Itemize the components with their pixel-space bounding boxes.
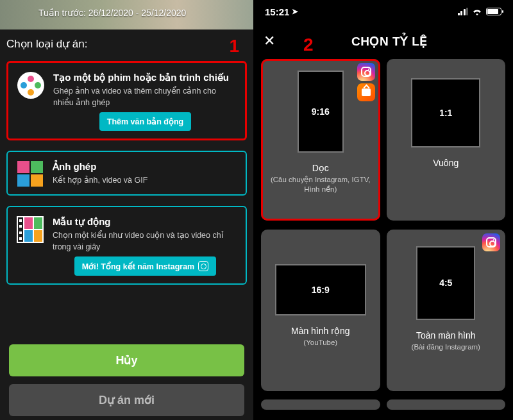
collage-icon (15, 161, 45, 187)
new-project-label: Dự án mới (99, 393, 155, 407)
ratio-grid: 9:16 Dọc (Câu chuyện Instagram, IGTV, Hì… (253, 59, 513, 420)
instagram-icon (357, 63, 375, 81)
close-icon[interactable]: ✕ (264, 33, 283, 49)
film-reel-icon (16, 72, 46, 131)
status-time: 15:21 (265, 6, 289, 17)
option-title: Mẫu tự động (53, 216, 238, 228)
option-desc: Kết hợp ảnh, video và GIF (53, 175, 238, 187)
ratio-label: 4:5 (439, 278, 452, 288)
option-collage[interactable]: Ảnh ghép Kết hợp ảnh, video và GIF (6, 151, 247, 196)
badge-animated-text[interactable]: Thêm văn bản động (99, 112, 191, 131)
cancel-label: Hủy (115, 353, 137, 367)
right-pane-choose-ratio: 15:21 ➤ ✕ CHỌN TỶ LỆ 2 9:16 Dọc (Câu chu… (253, 0, 513, 420)
instagram-icon (482, 233, 500, 251)
option-title: Tạo một bộ phim hoặc bản trình chiếu (53, 72, 237, 83)
instagram-icon (198, 261, 208, 271)
badge-label: Thêm văn bản động (107, 117, 183, 126)
igtv-icon (357, 83, 375, 101)
template-icon (15, 216, 45, 276)
ratio-preview: 16:9 (275, 264, 366, 315)
option-title: Ảnh ghép (53, 161, 238, 172)
badge-instagram-recap[interactable]: Mới! Tổng kết năm Instagram (74, 256, 216, 276)
option-auto-template[interactable]: Mẫu tự động Chọn một kiểu như video cuộn… (6, 206, 247, 285)
left-pane-project-type: Tuần trước: 26/12/2020 - 25/12/2020 Chọn… (0, 0, 253, 420)
annotation-number-1: 1 (229, 36, 239, 56)
ratio-fullscreen-45[interactable]: 4:5 Toàn màn hình (Bài đăng Instagram) (387, 230, 506, 391)
option-desc: Ghép ảnh và video và thêm chuyển cảnh ch… (53, 86, 237, 108)
annotation-number-2: 2 (303, 35, 314, 55)
option-desc: Chọn một kiểu như video cuộn và tạo vide… (53, 230, 238, 253)
ratio-label: 1:1 (439, 108, 452, 118)
status-bar: 15:21 ➤ (253, 0, 513, 23)
ratio-name: Toàn màn hình (416, 330, 476, 340)
signal-icon (458, 8, 469, 15)
badge-label: Mới! Tổng kết năm Instagram (82, 262, 194, 271)
battery-icon (486, 8, 501, 15)
banner-date-text: Tuần trước: 26/12/2020 - 25/12/2020 (38, 8, 186, 18)
ratio-card-partial[interactable] (387, 399, 506, 410)
ratio-label: 16:9 (312, 285, 330, 295)
ratio-preview: 4:5 (416, 246, 475, 320)
ratio-wide-169[interactable]: 16:9 Màn hình rộng (YouTube) (261, 230, 380, 391)
ratio-preview: 1:1 (411, 78, 480, 147)
wifi-icon (472, 8, 482, 15)
header-banner: Tuần trước: 26/12/2020 - 25/12/2020 (0, 0, 253, 29)
ratio-name: Vuông (433, 158, 458, 168)
ratio-subtitle: (Câu chuyện Instagram, IGTV, Hình nền) (261, 175, 380, 194)
ratio-header: ✕ CHỌN TỶ LỆ 2 (253, 23, 513, 59)
ratio-portrait-916[interactable]: 9:16 Dọc (Câu chuyện Instagram, IGTV, Hì… (261, 59, 380, 221)
ratio-subtitle: (YouTube) (297, 338, 344, 348)
ratio-square-11[interactable]: 1:1 Vuông (387, 59, 506, 221)
ratio-label: 9:16 (312, 106, 330, 117)
ratio-preview: 9:16 (298, 71, 344, 153)
option-movie-slideshow[interactable]: Tạo một bộ phim hoặc bản trình chiếu Ghé… (6, 61, 247, 140)
cancel-button[interactable]: Hủy (9, 344, 244, 376)
new-project-button[interactable]: Dự án mới (9, 384, 244, 416)
ratio-subtitle: (Bài đăng Instagram) (405, 342, 487, 352)
ratio-name: Dọc (312, 163, 329, 173)
location-arrow-icon: ➤ (292, 7, 298, 16)
ratio-card-partial[interactable] (261, 399, 380, 410)
ratio-title: CHỌN TỶ LỆ (296, 34, 484, 49)
section-title: Chọn loại dự án: (0, 29, 253, 56)
ratio-name: Màn hình rộng (291, 326, 350, 336)
